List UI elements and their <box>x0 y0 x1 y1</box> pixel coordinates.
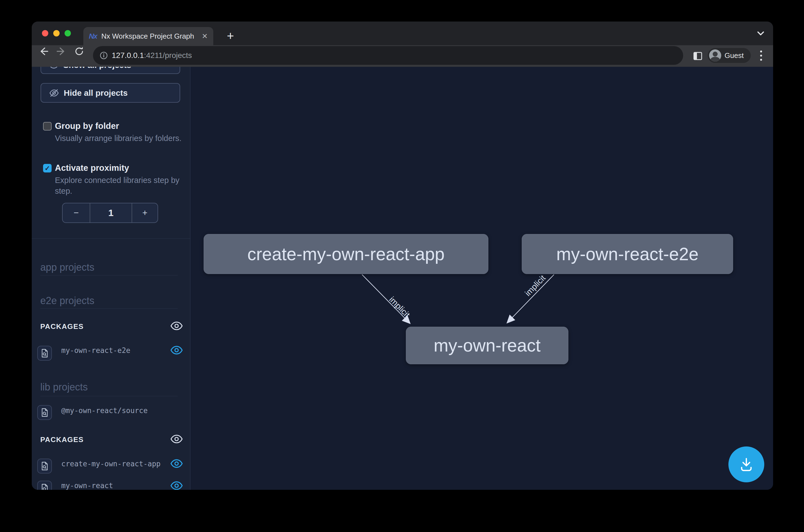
document-search-icon <box>41 484 49 490</box>
eye-slash-icon <box>49 89 59 97</box>
document-search-icon <box>41 408 49 417</box>
group-by-folder-description: Visually arrange libraries by folders. <box>55 133 187 144</box>
check-icon: ✓ <box>44 165 50 172</box>
download-graph-button[interactable] <box>728 446 764 482</box>
browser-toolbar: 127.0.0.1:4211/projects Guest <box>32 45 773 67</box>
tab-search-chevron-icon[interactable] <box>754 29 767 39</box>
project-name: @my-own-react/source <box>61 406 148 415</box>
eye-icon <box>49 67 59 69</box>
section-heading-app-projects: app projects <box>40 262 94 273</box>
profile-name: Guest <box>725 51 744 60</box>
section-heading-lib-projects: lib projects <box>40 381 88 393</box>
nx-favicon-icon: Nx <box>89 32 97 41</box>
graph-node-my-own-react[interactable]: my-own-react <box>406 327 568 364</box>
focus-project-button[interactable] <box>37 459 52 474</box>
project-name: create-my-own-react-app <box>61 460 160 468</box>
browser-menu-button[interactable] <box>758 49 764 62</box>
new-tab-button[interactable]: + <box>222 27 239 44</box>
hide-all-projects-button[interactable]: Hide all projects <box>41 83 180 103</box>
focus-project-button[interactable] <box>37 346 52 361</box>
focus-project-button[interactable] <box>37 481 52 490</box>
tab-strip: Nx Nx Workspace Project Graph ✕ + <box>32 21 773 45</box>
section-heading-packages: PACKAGES <box>40 435 83 444</box>
project-sidebar: Show all projects Hide all projects Grou… <box>32 67 190 490</box>
download-icon <box>738 455 755 474</box>
activate-proximity-checkbox[interactable]: ✓ <box>43 164 52 172</box>
hide-all-projects-label: Hide all projects <box>64 88 128 98</box>
proximity-decrement-button[interactable]: − <box>63 203 90 223</box>
document-search-icon <box>41 462 49 471</box>
project-graph-canvas[interactable]: implicit implicit create-my-own-react-ap… <box>190 67 773 490</box>
activate-proximity-description: Explore connected libraries step by step… <box>55 175 187 196</box>
section-heading-packages: PACKAGES <box>40 322 83 331</box>
close-window-button[interactable] <box>42 30 48 36</box>
heading-rule <box>40 308 178 309</box>
avatar <box>709 50 721 61</box>
forward-button[interactable] <box>55 45 68 57</box>
group-by-folder-label: Group by folder <box>55 121 119 131</box>
heading-rule <box>40 396 178 396</box>
group-by-folder-checkbox[interactable] <box>43 122 52 131</box>
focus-project-button[interactable] <box>37 405 52 420</box>
project-name: my-own-react <box>61 481 113 490</box>
project-name: my-own-react-e2e <box>61 346 130 355</box>
browser-window: Nx Nx Workspace Project Graph ✕ + 127.0.… <box>32 21 773 490</box>
url-bar[interactable]: 127.0.0.1:4211/projects <box>93 46 683 65</box>
reload-button[interactable] <box>73 45 85 57</box>
heading-rule <box>40 275 178 276</box>
proximity-stepper: − 1 + <box>62 203 158 223</box>
activate-proximity-label: Activate proximity <box>55 163 129 173</box>
toggle-project-visibility-button[interactable] <box>171 345 183 355</box>
url-text: 127.0.0.1:4211/projects <box>112 51 192 60</box>
edge-my-own-react-e2e-to-my-own-react[interactable] <box>508 274 554 323</box>
side-panel-icon[interactable] <box>693 52 702 61</box>
toggle-project-visibility-button[interactable] <box>171 459 183 468</box>
tab-close-icon[interactable]: ✕ <box>202 33 208 40</box>
minimize-window-button[interactable] <box>53 30 60 36</box>
graph-node-my-own-react-e2e[interactable]: my-own-react-e2e <box>522 234 733 274</box>
toggle-project-visibility-button[interactable] <box>171 481 183 490</box>
graph-edges: implicit implicit <box>190 67 773 490</box>
section-heading-e2e-projects: e2e projects <box>40 295 94 307</box>
edge-label: implicit <box>388 295 412 319</box>
document-search-icon <box>41 349 49 358</box>
show-all-projects-label: Show all projects <box>63 67 131 70</box>
tab-nx-workspace[interactable]: Nx Nx Workspace Project Graph ✕ <box>83 27 213 45</box>
proximity-value: 1 <box>90 203 132 223</box>
show-all-projects-button[interactable]: Show all projects <box>41 67 180 74</box>
proximity-increment-button[interactable]: + <box>132 203 157 223</box>
tab-title: Nx Workspace Project Graph <box>101 32 197 41</box>
toggle-section-visibility-button[interactable] <box>171 321 183 330</box>
profile-button[interactable]: Guest <box>708 48 751 63</box>
back-button[interactable] <box>37 45 50 57</box>
toggle-section-visibility-button[interactable] <box>171 434 183 444</box>
zoom-window-button[interactable] <box>64 30 71 36</box>
site-info-icon[interactable] <box>100 51 108 60</box>
graph-node-create-my-own-react-app[interactable]: create-my-own-react-app <box>204 234 489 274</box>
